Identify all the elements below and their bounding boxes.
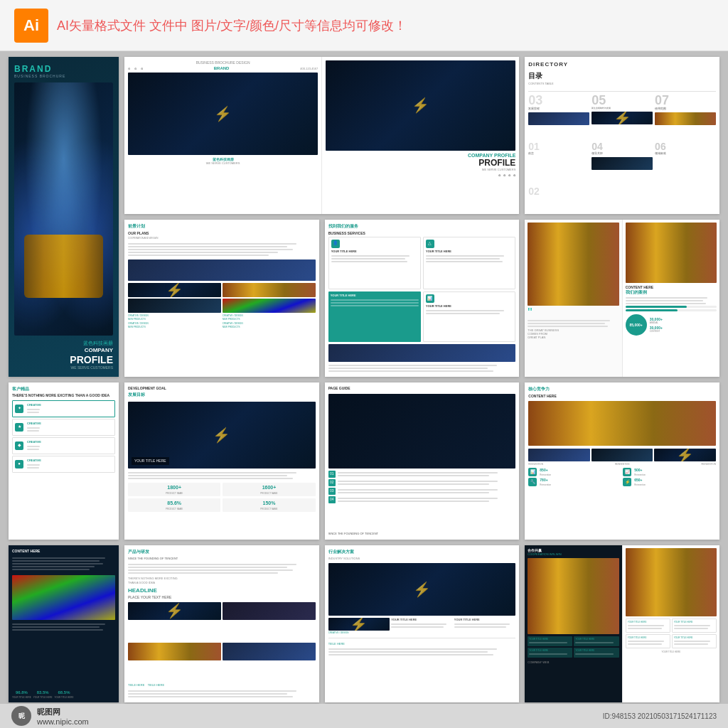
content-case-page: " THE GREAT BUSINESSCOMES FROMGREAT PLAN… bbox=[525, 220, 719, 377]
spread-brand: BRAND bbox=[214, 66, 230, 70]
service-text-2 bbox=[426, 255, 513, 262]
page-guide-inner: PAGE GUIDE 01 02 03 bbox=[325, 382, 520, 540]
spread-serve: WE SERVE CUSTOMERS bbox=[128, 161, 318, 165]
core-labels: REINVENTIONREINVENTIONREINVENTION bbox=[528, 463, 716, 466]
coop-bottom-stat: YOUR TITLE HERE bbox=[626, 648, 717, 653]
coop-item-2: YOUR TITLE HERE bbox=[574, 636, 619, 646]
industry-img-1 bbox=[328, 618, 390, 631]
coop-item-4: YOUR TITLE HERE bbox=[574, 648, 619, 658]
core-stat-4: ⚡ 650+ Reinvention bbox=[623, 478, 716, 486]
service-item-4: 📊 YOUR TITLE HERE bbox=[423, 291, 515, 342]
cover-serve: WE SERVE CUSTOMERS bbox=[14, 365, 113, 370]
dev-goal-zh: 发展目标 bbox=[128, 392, 316, 398]
service-title-2: YOUR TITLE HERE bbox=[426, 250, 513, 254]
product-bottom-text bbox=[128, 689, 316, 699]
case-quote-sub: THE GREAT BUSINESSCOMES FROMGREAT PLAN bbox=[528, 328, 619, 339]
coop-r-item-4: YOUR TITLE HERE bbox=[672, 634, 717, 648]
coop-item-1: YOUR TITLE HERE bbox=[528, 636, 572, 646]
plans-city-image bbox=[128, 259, 316, 281]
service-line-3 bbox=[331, 305, 419, 306]
product-headline-en: THERE'S NOTHING MORE EXCITINGTHAN A GOOD… bbox=[128, 577, 316, 585]
core-image bbox=[528, 401, 716, 446]
case-quote-text bbox=[528, 320, 619, 327]
industry-col-3: YOUR TITLE HERE bbox=[454, 618, 516, 635]
industry-col-2: YOUR TITLE HERE bbox=[391, 618, 453, 635]
circle-stat-value: 85,000+ bbox=[630, 323, 643, 327]
cover-company-profile: COMPANY bbox=[14, 347, 113, 354]
coop-r-item-3: YOUR TITLE HERE bbox=[626, 634, 670, 648]
ai-label: Ai bbox=[23, 16, 39, 35]
services-bottom-text bbox=[328, 363, 516, 373]
watermark-left: 昵 昵图网 www.nipic.com bbox=[11, 706, 89, 726]
product-tiele: TIELE HERE TIELE HERE bbox=[128, 683, 316, 687]
product-rd-page: 产品与研发 SINCE THE FOUNDING OF TENCENT THER… bbox=[124, 545, 319, 702]
product-place-text: PLACE YOUR TEXT HERE bbox=[128, 595, 316, 601]
plans-page: 前景计划 OUR PLANS COOPERATION AND WIN-WIN C… bbox=[124, 220, 319, 377]
dir-item-02: 02 bbox=[528, 186, 589, 210]
dir-zh: 目录 bbox=[528, 70, 716, 81]
banner-text-content: AI矢量格式文件 文件中 图片/文字/颜色/尺寸等信息均可修改！ bbox=[57, 18, 407, 33]
industry-col-1: CREATIVE / DESIGN bbox=[328, 618, 390, 635]
cover-profile: PROFILE bbox=[14, 354, 113, 365]
creative-icon-4: ● bbox=[15, 460, 23, 469]
services-inner: 找到我们的服务 BUSINESS SERVICES 👤 YOUR TITLE H… bbox=[325, 220, 520, 377]
product-img-3 bbox=[128, 643, 221, 660]
plans-img-2 bbox=[223, 283, 316, 297]
case-right: CONTENT HERE 我们的案例 85,000+ bbox=[623, 220, 719, 377]
product-text bbox=[128, 562, 316, 575]
product-inner: 产品与研发 SINCE THE FOUNDING OF TENCENT THER… bbox=[124, 545, 319, 702]
core-icon-3: 🔧 bbox=[528, 478, 537, 486]
creative-en: THERE'S NOTHING MORE EXCITING THAN A GOO… bbox=[12, 393, 115, 398]
plans-text bbox=[128, 242, 316, 257]
dir-img-05 bbox=[592, 112, 653, 124]
wm-text: 昵图网 www.nipic.com bbox=[37, 707, 89, 726]
plans-sub: COOPERATION AND WIN-WIN bbox=[128, 237, 316, 240]
dev-stat-2: 1600+ PRODUCT NAME bbox=[223, 483, 315, 496]
cover-chinese-title: 蓝色科技画册 bbox=[14, 340, 113, 347]
core-en: CONTENT HERE bbox=[528, 394, 716, 400]
dir-label-07: 使用范围 bbox=[655, 107, 716, 111]
industry-titles: 行业解决方案 INDUSTRY SOLUTIONS bbox=[328, 549, 360, 561]
service-text-1 bbox=[331, 255, 418, 262]
dir-item-07: 07 使用范围 bbox=[655, 94, 716, 139]
dir-item-05: 05 新生业绩制约与发展 bbox=[592, 94, 653, 139]
industry-bottom-text bbox=[328, 647, 516, 657]
creative-label-3: CREATIVE bbox=[27, 440, 41, 451]
service-item-1: 👤 YOUR TITLE HERE bbox=[328, 237, 421, 290]
plans-img-1 bbox=[128, 283, 221, 297]
dir-item-01: 03 发展里程 bbox=[528, 94, 589, 139]
plans-labels: CREATIVE / DESIGNNEW PRODUCTS CREATIVE /… bbox=[128, 314, 316, 328]
core-inner: 核心竞争力 CONTENT HERE REINVENTIONREINVENTIO… bbox=[525, 382, 719, 540]
service-title-3: YOUR TITLE HERE bbox=[331, 294, 419, 298]
industry-tiele: TIELE HERE bbox=[328, 642, 516, 646]
case-right-image bbox=[626, 223, 717, 283]
product-img-4 bbox=[223, 643, 316, 660]
content-dark-inner: CONTENT HERE 96.8% YOUR bbox=[9, 545, 119, 702]
core-img-2 bbox=[592, 449, 653, 461]
page-guide-image bbox=[328, 394, 516, 469]
content-zh-title: 我们的案例 bbox=[626, 289, 717, 296]
dark-stats-row: 96.8% YOUR TITLE HERE 83.5% YOUR TITLE H… bbox=[12, 690, 115, 700]
dir-item-01b: 01 前言 bbox=[528, 141, 589, 184]
spread-right-profile-en: PROFILE bbox=[326, 158, 515, 168]
core-page: 核心竞争力 CONTENT HERE REINVENTIONREINVENTIO… bbox=[525, 382, 719, 540]
dev-goal-page: DEVELOPMENT GOAL 发展目标 YOUR TITLE HERE 18… bbox=[124, 382, 319, 540]
industry-zh: 行业解决方案 bbox=[328, 549, 360, 555]
product-img-2 bbox=[223, 602, 316, 620]
case-left: " THE GREAT BUSINESSCOMES FROMGREAT PLAN bbox=[525, 220, 621, 377]
core-stats: 📊 850+ Reinvention 📈 500+ Reinvention bbox=[528, 468, 716, 486]
dir-contents: CONTENTS TABLE bbox=[528, 82, 716, 86]
page-item-1: 01 bbox=[328, 471, 516, 478]
stat-lbl2: ANNUAL bbox=[650, 321, 663, 324]
product-zh-title: 产品与研发 bbox=[128, 549, 316, 555]
since-title: SINCE THE FOUNDING OF TENCENT bbox=[328, 532, 516, 536]
dir-img-04 bbox=[592, 157, 653, 170]
cables-visual bbox=[24, 235, 103, 298]
dir-title: DIRECTORY bbox=[528, 60, 568, 69]
stats-area: 85,000+ 30,000+ ANNUAL 30,000+ CONTENT bbox=[626, 314, 717, 336]
circle-stat: 85,000+ bbox=[626, 314, 647, 336]
dev-goal-inner: DEVELOPMENT GOAL 发展目标 YOUR TITLE HERE 18… bbox=[124, 382, 319, 540]
product-img-grid bbox=[128, 602, 316, 682]
core-icon-1: 📊 bbox=[528, 468, 537, 476]
creative-box-2: ★ CREATIVE bbox=[12, 419, 115, 436]
